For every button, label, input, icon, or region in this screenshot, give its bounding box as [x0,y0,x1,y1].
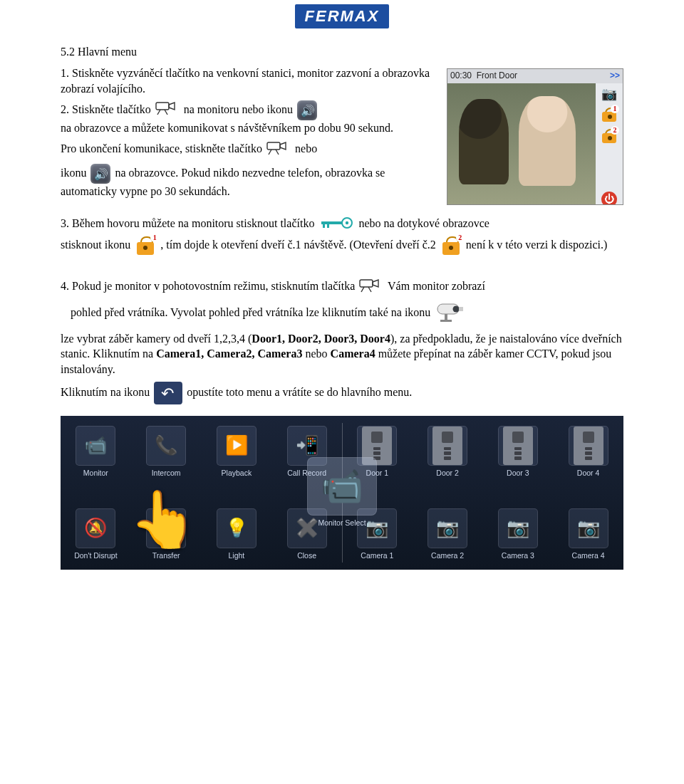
menu-left-bot-row: 🔕Don't Disrupt 🔃Transfer 💡Light ✖️Close [61,508,342,560]
label: Intercom [152,469,181,477]
main-menu-screenshot: 📹Monitor 📞Intercom ▶️Playback 📲Call Reco… [61,416,623,570]
cctv-icon [435,301,466,327]
dnd-icon: 🔕 [84,517,107,539]
label: Playback [222,469,252,477]
text: Kliknutím na ikonu [61,385,150,397]
lock-badge: 1 [150,234,159,242]
camera4-label: Camera4 [331,347,375,360]
lock-badge: 1 [611,105,619,113]
text: stisknout ikonu [61,238,130,250]
lock2-icon: 2 [440,235,462,256]
menu-item-transfer: 🔃Transfer [133,508,199,560]
key-icon [318,215,354,235]
step-4a: 4. Pokud je monitor v pohotovostním reži… [61,278,623,298]
label: Monitor Select [318,518,366,527]
lock1-icon: 1 [601,106,618,123]
menu-item-monitor: 📹Monitor [63,426,128,477]
svg-line-6 [276,150,279,155]
svg-rect-11 [323,224,325,228]
label: Monitor [83,469,108,477]
phone-icon: 📞 [155,434,177,456]
menu-item-cam2: 📷Camera 2 [415,508,480,560]
text: Vám monitor zobrazí [388,280,485,292]
svg-rect-19 [445,314,447,320]
text: 4. Pokud je monitor v pohotovostním reži… [61,280,355,292]
step-4b: pohled před vrátníka. Vyvolat pohled pře… [71,301,623,327]
svg-marker-3 [169,103,175,110]
back-icon [154,382,182,404]
step-4c: lze vybrat záběr kamery od dveří 1,2,3,4… [61,331,623,377]
svg-marker-7 [280,142,286,150]
label: Camera 4 [572,551,605,560]
device-sidebar: 📷 1 2 ⏻ [596,83,623,205]
lock-badge: 2 [611,126,619,135]
camera-outline-icon [266,140,291,160]
menu-left-top-row: 📹Monitor 📞Intercom ▶️Playback 📲Call Reco… [61,426,342,477]
svg-point-9 [346,221,348,224]
menu-item-dnd: 🔕Don't Disrupt [63,508,128,560]
section-heading: 5.2 Hlavní menu [61,46,623,58]
menu-item-door2: Door 2 [415,426,480,477]
svg-rect-13 [360,280,373,287]
door-panel-icon [574,427,603,465]
lock2-icon: 2 [601,127,618,145]
camera-outline-icon [155,100,180,120]
device-time: 00:30 [450,70,472,80]
text: na monitoru nebo ikonu [184,103,293,115]
label: Door 2 [436,469,459,477]
svg-line-15 [368,287,371,292]
menu-item-monitor-select: 📹 Monitor Select [309,457,375,527]
label: Camera 2 [431,551,464,560]
svg-rect-4 [267,142,280,150]
camera-outline-icon [359,278,383,298]
device-live-view: 00:30 Front Door >> 📷 1 2 ⏻ [447,68,623,205]
logo-bar: FERMAX [0,0,684,33]
svg-line-2 [165,110,167,115]
menu-item-playback: ▶️Playback [204,426,269,477]
doors-list: Door1, Door2, Door3, Door4 [252,333,390,345]
menu-item-cam4: 📷Camera 4 [556,508,621,560]
camera-photo [447,83,596,204]
label: Door 3 [507,469,529,477]
text: Pro ukončení komunikace, stiskněte tlačí… [61,142,262,155]
svg-point-18 [453,306,460,313]
label: Camera 3 [502,551,534,560]
lock-badge: 2 [456,234,465,242]
label: Door 4 [577,469,600,477]
camera-icon: 📹 [84,434,107,456]
menu-item-door3: Door 3 [485,426,551,477]
menu-item-door4: Door 4 [556,426,621,477]
door-panel-icon [503,427,533,465]
svg-marker-16 [373,280,378,287]
light-icon: 💡 [225,517,248,539]
text: , tím dojde k otevření dveří č.1 návštěv… [160,238,436,250]
text: 2. Stiskněte tlačítko [61,103,151,115]
text: nebo [302,347,330,360]
svg-rect-12 [327,224,329,228]
text: na obrazovce a můžete komunikovat s návš… [61,122,393,134]
menu-item-cam3: 📷Camera 3 [485,508,551,560]
text: 3. Během hovoru můžete na monitoru stisk… [61,217,314,229]
play-icon: ▶️ [225,434,248,456]
label: Close [297,551,316,560]
menu-right-top-row: Door 1 Door 2 Door 3 Door 4 [342,426,623,477]
text: nebo [295,142,317,155]
cameras-list: Camera1, Camera2, Camera3 [156,347,302,360]
cctv-icon: 📷 [436,517,459,539]
speaker-button-icon [90,164,110,184]
text: pohled před vrátníka. Vyvolat pohled pře… [71,307,430,319]
text: lze vybrat záběr kamery od dveří 1,2,3,4… [61,333,252,345]
arrows-icon: >> [610,70,620,80]
text: ikonu [61,167,86,179]
webcam-icon: 📹 [321,466,363,506]
power-icon: ⏻ [601,192,617,205]
svg-rect-10 [321,221,343,224]
cctv-icon: 📷 [507,517,529,539]
menu-item-light: 💡Light [204,508,269,560]
label: Light [228,551,244,560]
lock1-icon: 1 [135,235,156,256]
menu-right-bot-row: 📷Camera 1 📷Camera 2 📷Camera 3 📷Camera 4 [342,508,623,560]
label: Transfer [152,551,180,560]
text: není k v této verzi k dispozici.) [466,238,608,250]
door-panel-icon [432,427,462,465]
